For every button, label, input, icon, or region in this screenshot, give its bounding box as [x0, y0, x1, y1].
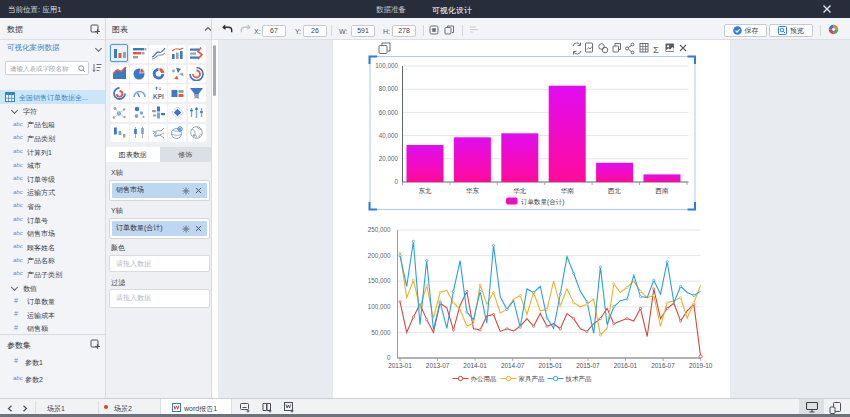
svg-text:80,000: 80,000: [378, 85, 398, 92]
svg-text:西北: 西北: [607, 187, 622, 195]
svg-text:家具产品: 家具产品: [518, 375, 544, 383]
svg-text:办公用品: 办公用品: [470, 375, 496, 383]
svg-text:华南: 华南: [560, 187, 574, 194]
svg-text:2016-01: 2016-01: [613, 362, 637, 369]
svg-text:2014-07: 2014-07: [500, 362, 524, 369]
svg-text:200,000: 200,000: [367, 252, 390, 259]
svg-text:KPI: KPI: [153, 93, 164, 100]
svg-text:2013-07: 2013-07: [425, 362, 449, 369]
svg-text:50,000: 50,000: [371, 329, 391, 336]
svg-text:100,000: 100,000: [367, 303, 390, 310]
svg-text:60,000: 60,000: [378, 109, 398, 116]
svg-text:2014-01: 2014-01: [463, 362, 487, 369]
svg-text:2019-10: 2019-10: [688, 362, 712, 369]
svg-text:华东: 华东: [465, 187, 479, 194]
svg-text:20,000: 20,000: [378, 155, 398, 162]
svg-text:2016-07: 2016-07: [651, 362, 675, 369]
svg-text:2015-07: 2015-07: [576, 362, 600, 369]
svg-text:东北: 东北: [418, 187, 432, 195]
svg-text:Σ: Σ: [653, 44, 659, 55]
svg-text:100,000: 100,000: [375, 62, 398, 69]
svg-text:订单数量(合计): 订单数量(合计): [521, 198, 564, 206]
svg-text:西南: 西南: [654, 187, 669, 194]
svg-text:0: 0: [386, 354, 390, 361]
svg-text:40,000: 40,000: [378, 132, 398, 139]
svg-text:150,000: 150,000: [367, 277, 390, 284]
svg-text:250,000: 250,000: [367, 226, 390, 233]
svg-text:2013-01: 2013-01: [388, 362, 412, 369]
svg-text:0: 0: [394, 178, 398, 185]
svg-text:华北: 华北: [513, 187, 527, 195]
svg-text:2015-01: 2015-01: [538, 362, 562, 369]
svg-text:技术产品: 技术产品: [564, 375, 591, 383]
